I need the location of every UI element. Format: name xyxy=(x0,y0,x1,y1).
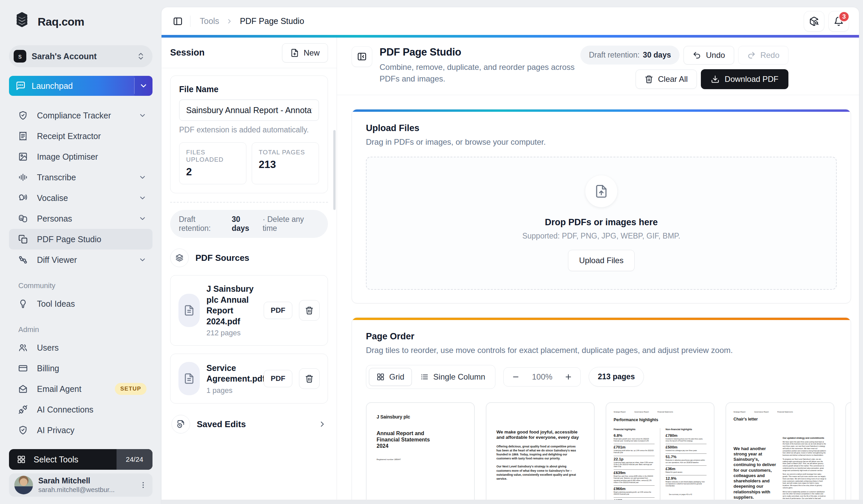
tools-count-badge: 24/24 xyxy=(116,449,152,470)
pages-count-badge: 213 pages xyxy=(589,367,643,387)
kebab-menu-icon[interactable] xyxy=(139,481,147,489)
file-name-help: PDF extension is added automatically. xyxy=(179,126,319,134)
grid-view-button[interactable]: Grid xyxy=(369,368,412,386)
tile-cover-brand: J Sainsbury plc xyxy=(377,414,464,419)
sidebar-item-vocalise[interactable]: Vocalise xyxy=(9,188,152,208)
source-file-name: J Sainsbury plc Annual Report 2024.pdf xyxy=(207,283,257,327)
user-email: sarah.mitchell@westbur... xyxy=(38,486,134,494)
brand-logo-icon xyxy=(12,11,32,32)
trash-icon xyxy=(645,75,653,83)
file-name-input[interactable] xyxy=(179,100,319,121)
sidebar-item-ai-privacy[interactable]: AI Privacy xyxy=(9,420,152,440)
page-tile-1[interactable]: J Sainsbury plc Annual Report and Financ… xyxy=(366,402,475,504)
zoom-control: 100% xyxy=(503,367,581,387)
chevrons-up-down-icon xyxy=(137,52,145,61)
sidebar-item-users[interactable]: Users xyxy=(9,337,152,358)
masks-icon xyxy=(18,214,28,223)
page-tile-2[interactable]: We make good food joyful, accessible and… xyxy=(486,402,595,504)
download-pdf-button[interactable]: Download PDF xyxy=(701,69,788,89)
receipt-icon xyxy=(18,131,28,141)
chevron-down-icon xyxy=(138,256,147,264)
user-name: Sarah Mitchell xyxy=(38,476,134,485)
zoom-in-button[interactable] xyxy=(564,373,572,381)
mail-open-icon xyxy=(18,384,28,393)
drop-supported-formats: Supported: PDF, PNG, JPG, WEBP, GIF, BMP… xyxy=(522,232,680,241)
brand-name: Raq.com xyxy=(38,15,84,28)
brand: Raq.com xyxy=(9,11,152,32)
account-initial: s xyxy=(14,50,26,63)
list-icon xyxy=(421,373,428,381)
delete-source-button[interactable] xyxy=(299,368,320,389)
panel-collapse-button[interactable] xyxy=(352,46,372,67)
avatar xyxy=(14,476,33,494)
history-icon xyxy=(172,415,190,434)
page-tile-3[interactable]: Strategic Report Governance Report Finan… xyxy=(605,402,714,504)
package-search-button[interactable] xyxy=(804,11,824,31)
sidebar-item-tool-ideas[interactable]: Tool Ideas xyxy=(9,294,152,314)
sidebar-item-personas[interactable]: Personas xyxy=(9,208,152,229)
chevron-down-icon xyxy=(138,194,147,202)
speech-icon xyxy=(18,193,28,203)
delete-source-button[interactable] xyxy=(299,300,320,321)
download-icon xyxy=(711,75,720,83)
source-card[interactable]: J Sainsbury plc Annual Report 2024.pdf 2… xyxy=(170,275,328,346)
source-file-name: Service Agreement.pdf xyxy=(207,363,257,384)
horizontal-scrollbar-track[interactable] xyxy=(162,500,863,504)
accent-gradient-line xyxy=(162,35,859,38)
tile-cover-title: Annual Report and Financial Statements 2… xyxy=(377,430,440,450)
account-name: Sarah's Account xyxy=(32,52,131,61)
main-window: Tools PDF Page Studio 3 Session New xyxy=(162,7,859,504)
breadcrumb-chevron-icon xyxy=(226,18,233,25)
account-switcher[interactable]: s Sarah's Account xyxy=(9,45,152,67)
page-tile-4[interactable]: Strategic Report Governance Report Finan… xyxy=(725,402,834,504)
saved-edits-row[interactable]: Saved Edits xyxy=(170,415,328,434)
user-card[interactable]: Sarah Mitchell sarah.mitchell@westbur... xyxy=(9,474,152,497)
sidebar-item-ai-connections[interactable]: AI Connections xyxy=(9,399,152,420)
sidebar-item-billing[interactable]: Billing xyxy=(9,358,152,378)
notification-count-badge: 3 xyxy=(838,11,850,22)
sidebar-item-image-optimiser[interactable]: Image Optimiser xyxy=(9,146,152,167)
admin-section-label: Admin xyxy=(18,325,152,334)
sidebar-item-email-agent[interactable]: Email Agent SETUP xyxy=(9,378,152,399)
upload-title: Upload Files xyxy=(366,123,837,133)
chat-bubble-icon xyxy=(16,81,26,91)
pdf-type-badge: PDF xyxy=(264,370,292,387)
notifications-button[interactable]: 3 xyxy=(828,11,849,31)
launchpad-expand-button[interactable] xyxy=(135,76,152,96)
layers-icon xyxy=(170,248,189,267)
zoom-level: 100% xyxy=(530,372,554,382)
sidebar-item-compliance-tracker[interactable]: Compliance Tracker xyxy=(9,105,152,126)
session-scrollbar[interactable] xyxy=(333,130,336,210)
new-session-button[interactable]: New xyxy=(282,43,328,63)
image-icon xyxy=(18,152,28,161)
launchpad-button[interactable]: Launchpad xyxy=(9,76,152,96)
breadcrumb-tools[interactable]: Tools xyxy=(200,16,219,26)
sidebar-item-pdf-page-studio[interactable]: PDF Page Studio xyxy=(9,229,152,249)
source-card[interactable]: Service Agreement.pdf 1 pages PDF xyxy=(170,354,328,403)
chevron-down-icon xyxy=(138,215,147,222)
select-tools-button[interactable]: Select Tools 24/24 xyxy=(9,449,152,470)
files-uploaded-stat: FILES UPLOADED 2 xyxy=(179,142,246,184)
redo-icon xyxy=(747,51,756,60)
breadcrumb-current-page: PDF Page Studio xyxy=(240,16,304,26)
sidebar-item-transcribe[interactable]: Transcribe xyxy=(9,167,152,188)
redo-button[interactable]: Redo xyxy=(738,46,788,65)
file-name-card: File Name PDF extension is added automat… xyxy=(170,76,328,193)
undo-button[interactable]: Undo xyxy=(684,46,734,65)
upload-files-card: Upload Files Drag in PDFs or images, or … xyxy=(352,109,851,303)
zoom-out-button[interactable] xyxy=(512,373,520,381)
users-icon xyxy=(18,343,28,352)
file-dropzone[interactable]: Drop PDFs or images here Supported: PDF,… xyxy=(366,157,837,290)
upload-files-button[interactable]: Upload Files xyxy=(568,250,634,271)
file-text-icon xyxy=(178,362,200,395)
community-section-label: Community xyxy=(18,282,152,290)
view-mode-segmented-control: Grid Single Column xyxy=(366,365,496,389)
draft-retention-pill: Draft retention: 30 days · Delete any ti… xyxy=(170,210,328,238)
page-tile-partial[interactable] xyxy=(845,402,851,504)
single-column-view-button[interactable]: Single Column xyxy=(413,368,492,386)
clear-all-button[interactable]: Clear All xyxy=(636,69,697,89)
sidebar-item-receipt-extractor[interactable]: Receipt Extractor xyxy=(9,126,152,146)
audio-waveform-icon xyxy=(18,173,28,182)
sidebar-item-diff-viewer[interactable]: Diff Viewer xyxy=(9,249,152,270)
sidebar-toggle-button[interactable] xyxy=(170,14,186,29)
